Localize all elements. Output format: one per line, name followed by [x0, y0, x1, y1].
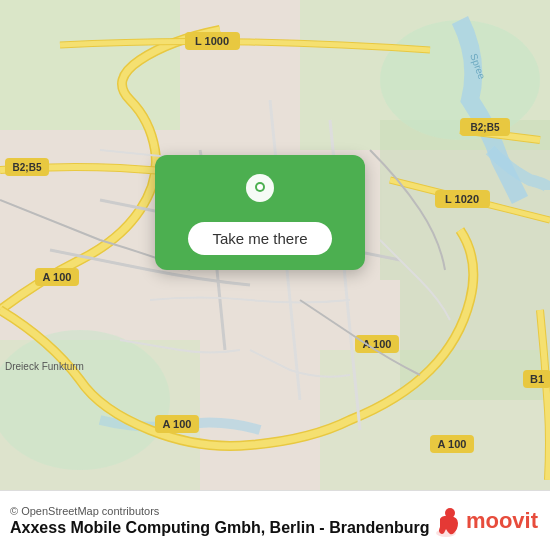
svg-text:Dreieck Funkturm: Dreieck Funkturm [5, 361, 84, 372]
svg-text:A 100: A 100 [43, 271, 72, 283]
moovit-text: moovit [466, 508, 538, 534]
location-title: Axxess Mobile Computing Gmbh, Berlin - B… [10, 519, 430, 537]
bottom-info: © OpenStreetMap contributors Axxess Mobi… [10, 505, 430, 537]
svg-text:A 100: A 100 [438, 438, 467, 450]
moovit-logo: moovit [430, 505, 538, 537]
bottom-bar: © OpenStreetMap contributors Axxess Mobi… [0, 490, 550, 550]
svg-rect-1 [0, 0, 180, 130]
svg-text:B1: B1 [530, 373, 544, 385]
svg-text:B2;B5: B2;B5 [13, 162, 42, 173]
map-container: A 100 A 100 A 100 A 100 L 1000 B2;B5 B2;… [0, 0, 550, 490]
location-pin-icon [238, 170, 282, 214]
take-me-there-button[interactable]: Take me there [188, 222, 331, 255]
svg-text:B2;B5: B2;B5 [471, 122, 500, 133]
svg-text:L 1020: L 1020 [445, 193, 479, 205]
location-card: Take me there [155, 155, 365, 270]
moovit-icon [430, 505, 462, 537]
svg-point-31 [257, 184, 263, 190]
svg-text:L 1000: L 1000 [195, 35, 229, 47]
osm-attribution: © OpenStreetMap contributors [10, 505, 430, 517]
svg-text:A 100: A 100 [163, 418, 192, 430]
